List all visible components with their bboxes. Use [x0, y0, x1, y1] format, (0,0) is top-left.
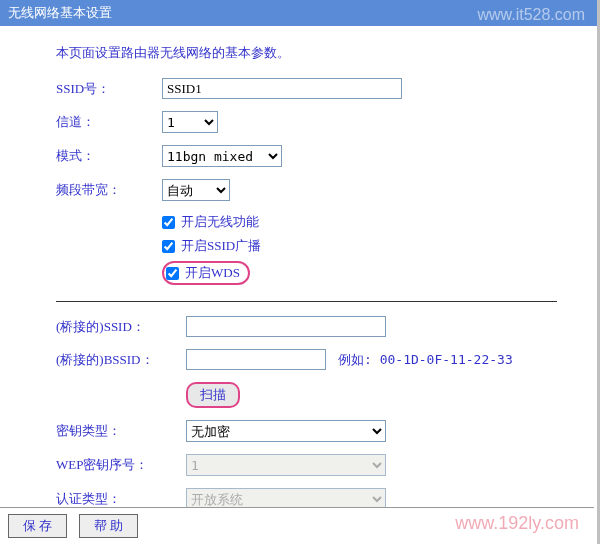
ssid-input[interactable] — [162, 78, 402, 99]
intro-text: 本页面设置路由器无线网络的基本参数。 — [56, 44, 557, 62]
bssid-example: 例如: 00-1D-0F-11-22-33 — [338, 351, 513, 369]
enable-ssid-broadcast-label: 开启SSID广播 — [181, 237, 261, 255]
wep-index-label: WEP密钥序号： — [56, 456, 186, 474]
mode-label: 模式： — [56, 147, 162, 165]
channel-label: 信道： — [56, 113, 162, 131]
bridged-bssid-label: (桥接的)BSSID： — [56, 351, 186, 369]
enable-wds-checkbox[interactable] — [166, 267, 179, 280]
separator — [56, 301, 557, 302]
save-button[interactable]: 保 存 — [8, 514, 67, 538]
bridged-ssid-input[interactable] — [186, 316, 386, 337]
mode-select[interactable]: 11bgn mixed — [162, 145, 282, 167]
key-type-label: 密钥类型： — [56, 422, 186, 440]
bridged-bssid-input[interactable] — [186, 349, 326, 370]
page-title: 无线网络基本设置 — [8, 5, 112, 20]
wep-index-select: 1 — [186, 454, 386, 476]
watermark-top: www.it528.com — [477, 6, 585, 24]
watermark-bottom: www.192ly.com — [455, 513, 579, 534]
scan-button[interactable]: 扫描 — [186, 382, 240, 408]
enable-wds-label: 开启WDS — [185, 264, 240, 282]
wds-highlight: 开启WDS — [162, 261, 250, 285]
enable-wireless-checkbox[interactable] — [162, 216, 175, 229]
bridged-ssid-label: (桥接的)SSID： — [56, 318, 186, 336]
enable-ssid-broadcast-checkbox[interactable] — [162, 240, 175, 253]
help-button[interactable]: 帮 助 — [79, 514, 138, 538]
bandwidth-select[interactable]: 自动 — [162, 179, 230, 201]
enable-wireless-label: 开启无线功能 — [181, 213, 259, 231]
bandwidth-label: 频段带宽： — [56, 181, 162, 199]
channel-select[interactable]: 1 — [162, 111, 218, 133]
auth-type-label: 认证类型： — [56, 490, 186, 508]
form-content: 本页面设置路由器无线网络的基本参数。 SSID号： 信道： 1 模式： 11bg… — [0, 26, 597, 543]
key-type-select[interactable]: 无加密 — [186, 420, 386, 442]
ssid-label: SSID号： — [56, 80, 162, 98]
